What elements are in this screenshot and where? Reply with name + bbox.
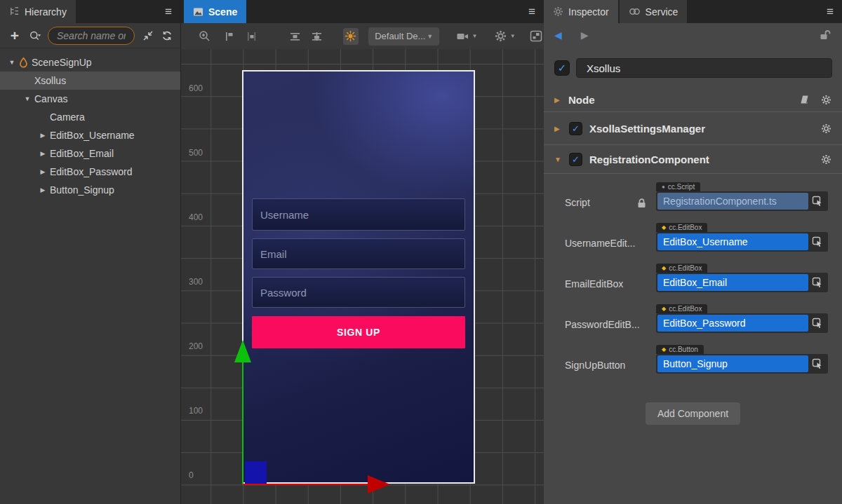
tab-hierarchy[interactable]: Hierarchy <box>0 0 76 23</box>
tab-scene[interactable]: Scene <box>184 0 246 23</box>
distribute-horizontal-icon[interactable] <box>309 28 324 45</box>
node-picker-icon[interactable] <box>808 196 827 207</box>
property-row-editbox: EmailEditBox◆cc.EditBoxEditBox_Email <box>565 261 828 292</box>
chevron-down-icon: ▼ <box>510 33 516 39</box>
gizmo-x-axis[interactable] <box>243 484 369 485</box>
inspector-nav: ◀ ▶ <box>544 23 842 47</box>
component-header-xsollasettingsmanager[interactable]: ▶✓XsollaSettingsManager <box>544 112 842 144</box>
asset-diamond-icon: ◆ <box>662 346 666 353</box>
inspector-tabbar: Inspector Service ≡ <box>544 0 842 23</box>
add-node-button[interactable]: + <box>7 28 22 43</box>
reference-value: EditBox_Email <box>663 277 727 288</box>
scene-viewport[interactable]: 6005004003002001000 UsernameEmailPasswor… <box>181 49 544 504</box>
preview-signup-button[interactable]: SIGN UP <box>252 316 465 348</box>
asset-diamond-icon: ◆ <box>662 224 666 231</box>
property-label: PasswordEditB... <box>565 319 640 330</box>
tree-expand-icon[interactable]: ▶ <box>38 168 48 175</box>
node-name-field[interactable]: Xsollus <box>576 58 832 78</box>
tab-service[interactable]: Service <box>620 0 688 23</box>
design-resolution-dropdown[interactable]: Default De... ▼ <box>368 27 439 46</box>
node-enabled-checkbox[interactable]: ✓ <box>554 60 570 76</box>
reference-field[interactable]: Button_Signup <box>657 355 808 372</box>
gizmo-y-axis-arrowhead[interactable] <box>234 340 251 362</box>
tree-item-editbox_password[interactable]: ▶EditBox_Password <box>0 163 180 181</box>
hierarchy-toolbar: + <box>0 23 180 48</box>
fold-right-icon[interactable]: ▶ <box>554 96 563 104</box>
canvas-preview[interactable]: UsernameEmailPasswordSIGN UP <box>242 70 475 484</box>
tree-expand-icon[interactable]: ▶ <box>38 150 48 157</box>
tree-item-canvas[interactable]: ▼Canvas <box>0 90 180 108</box>
search-filter-icon[interactable] <box>28 28 44 43</box>
gizmo-x-axis-arrowhead[interactable] <box>368 475 390 493</box>
zoom-icon[interactable] <box>196 28 212 45</box>
reference-field[interactable]: RegistrationComponent.ts <box>657 193 808 210</box>
type-tag-label: cc.EditBox <box>669 305 702 313</box>
gizmo-settings-icon[interactable] <box>493 28 508 45</box>
tree-collapse-icon[interactable]: ▼ <box>22 95 32 102</box>
preview-input-password[interactable]: Password <box>252 277 465 308</box>
hierarchy-tree-icon <box>9 6 20 17</box>
tree-collapse-icon[interactable]: ▼ <box>7 59 17 66</box>
search-input[interactable] <box>48 27 135 45</box>
hierarchy-tree: ▼SceneSignUpXsollus▼CanvasCamera▶EditBox… <box>0 48 180 199</box>
tab-inspector-label: Inspector <box>568 6 609 18</box>
history-forward-icon[interactable]: ▶ <box>581 29 589 41</box>
align-right-icon[interactable] <box>243 28 259 45</box>
fold-down-icon[interactable]: ▼ <box>554 156 563 163</box>
component-enabled-checkbox[interactable]: ✓ <box>569 153 582 166</box>
type-tag-label: cc.EditBox <box>669 224 702 231</box>
gizmo-y-axis[interactable] <box>242 361 243 484</box>
scene-toolbar: Default De... ▼ ▼ <box>181 23 544 49</box>
gizmo-light-icon[interactable] <box>343 28 359 45</box>
gear-icon[interactable] <box>821 154 831 165</box>
hierarchy-menu-icon[interactable]: ≡ <box>165 5 172 19</box>
tree-item-camera[interactable]: Camera <box>0 108 180 126</box>
node-picker-icon[interactable] <box>808 358 827 369</box>
reference-field[interactable]: EditBox_Username <box>657 233 808 250</box>
gear-icon[interactable] <box>821 95 831 105</box>
ruler-tick-label: 100 <box>189 406 203 416</box>
tree-item-label: Canvas <box>34 93 67 104</box>
component-header-registrationcomponent[interactable]: ▼✓RegistrationComponent <box>544 145 842 173</box>
node-section-header[interactable]: ▶ Node <box>544 88 842 111</box>
minimap-icon[interactable] <box>528 28 544 45</box>
fold-right-icon[interactable]: ▶ <box>554 125 563 132</box>
link-icon <box>629 7 641 16</box>
reference-value: Button_Signup <box>663 358 728 369</box>
tree-expand-icon[interactable]: ▶ <box>38 132 48 139</box>
reference-field[interactable]: EditBox_Email <box>657 274 808 291</box>
camera-view-icon[interactable] <box>455 28 470 45</box>
unlock-icon[interactable] <box>819 29 831 41</box>
tree-expand-icon[interactable]: ▶ <box>38 186 48 193</box>
tree-item-button_signup[interactable]: ▶Button_Signup <box>0 181 180 199</box>
node-picker-icon[interactable] <box>808 236 827 247</box>
tab-service-label: Service <box>646 6 679 18</box>
preview-input-email[interactable]: Email <box>252 238 465 269</box>
type-tag: ◆cc.EditBox <box>656 304 707 313</box>
preview-input-username[interactable]: Username <box>252 198 465 231</box>
node-picker-icon[interactable] <box>808 277 827 288</box>
add-component-button[interactable]: Add Component <box>646 402 740 425</box>
gear-icon[interactable] <box>821 123 831 134</box>
node-picker-icon[interactable] <box>808 318 827 329</box>
scene-menu-icon[interactable]: ≡ <box>528 5 535 19</box>
tree-item-scenesignup[interactable]: ▼SceneSignUp <box>0 53 180 71</box>
history-back-icon[interactable]: ◀ <box>554 29 562 41</box>
component-enabled-checkbox[interactable]: ✓ <box>569 122 582 135</box>
tree-item-xsollus[interactable]: Xsollus <box>0 71 180 90</box>
inspector-menu-icon[interactable]: ≡ <box>827 5 834 19</box>
tab-hierarchy-label: Hierarchy <box>25 6 67 18</box>
tab-inspector[interactable]: Inspector <box>544 0 618 23</box>
distribute-vertical-icon[interactable] <box>287 28 302 45</box>
tree-item-label: EditBox_Password <box>50 166 133 177</box>
tree-item-editbox_username[interactable]: ▶EditBox_Username <box>0 126 180 144</box>
design-resolution-value: Default De... <box>375 31 425 41</box>
property-label: SignUpButton <box>565 360 625 371</box>
component-properties: Script●cc.ScriptRegistrationComponent.ts… <box>544 174 842 374</box>
reference-field[interactable]: EditBox_Password <box>657 315 808 332</box>
align-left-icon[interactable] <box>221 28 236 45</box>
tree-item-editbox_email[interactable]: ▶EditBox_Email <box>0 144 180 163</box>
refresh-icon[interactable] <box>159 28 175 43</box>
docs-book-icon[interactable] <box>799 95 810 105</box>
collapse-all-icon[interactable] <box>140 28 156 43</box>
